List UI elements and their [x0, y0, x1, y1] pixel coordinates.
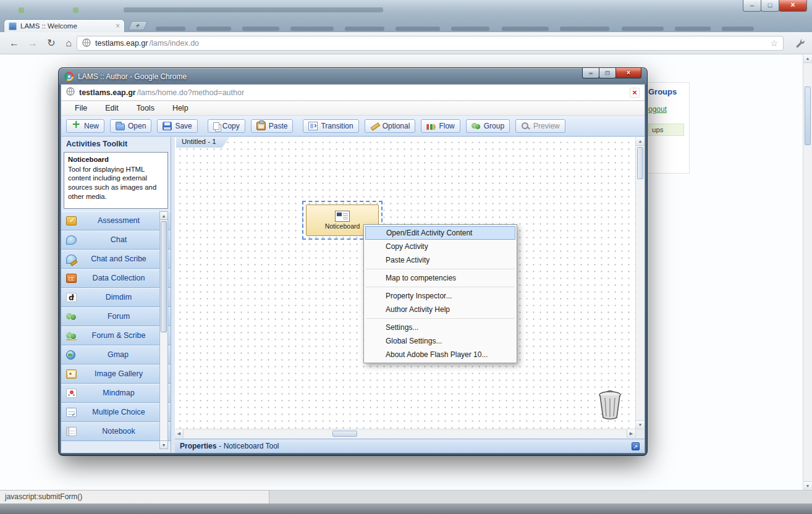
main-window-controls: – □ × — [743, 0, 807, 12]
new-tab-button[interactable]: + — [128, 21, 148, 30]
close-button[interactable]: × — [779, 0, 807, 12]
activity-item-notebook[interactable]: Notebook — [61, 422, 171, 441]
toolbar-paste-button[interactable]: Paste — [251, 119, 294, 133]
toolbar-group-button[interactable]: Group — [466, 119, 510, 133]
activity-label: Chat — [77, 235, 171, 244]
window-bottom-frame — [0, 503, 812, 514]
popup-url-path: /lams/home.do?method=author — [137, 88, 244, 97]
activity-item-assessment[interactable]: Assessment — [61, 211, 171, 230]
blurred-bookmark-placeholder — [622, 27, 664, 31]
activity-item-dimdim[interactable]: Dimdim — [61, 288, 171, 307]
context-menu-item-paste-activity[interactable]: Paste Activity — [365, 253, 515, 267]
groups-panel: Groups ogout ups — [643, 82, 690, 174]
context-menu-item-about-flash[interactable]: About Adobe Flash Player 10... — [365, 348, 515, 361]
blurred-bookmark-placeholder — [395, 27, 440, 31]
toolbar-new-button[interactable]: New — [66, 119, 104, 133]
toolbar-transition-button[interactable]: Transition — [303, 119, 358, 133]
trash-icon[interactable] — [593, 389, 627, 423]
globe-icon — [82, 38, 91, 49]
menu-tools[interactable]: Tools — [137, 104, 154, 112]
restore-panel-icon[interactable]: ↗ — [632, 442, 640, 450]
popup-close-button[interactable]: × — [615, 68, 641, 78]
toolbar-flow-button[interactable]: Flow — [421, 119, 460, 133]
groups-cell[interactable]: ups — [648, 124, 684, 136]
activity-item-mindmap[interactable]: Mindmap — [61, 384, 171, 403]
toolbar-copy-button[interactable]: Copy — [208, 119, 245, 133]
popup-menu-bar: File Edit Tools Help — [61, 101, 645, 116]
canvas-vscroll-thumb[interactable] — [637, 147, 643, 179]
toolkit-scrollbar[interactable]: ▲ ▼ — [159, 211, 168, 449]
minimize-button[interactable]: – — [743, 0, 761, 12]
toolbar-save-button[interactable]: Save — [157, 119, 197, 133]
scroll-down-icon[interactable]: ▼ — [160, 440, 167, 449]
sequence-tab[interactable]: Untitled - 1 — [176, 137, 230, 148]
popup-maximize-button[interactable]: □ — [599, 68, 616, 78]
page-scrollbar-thumb[interactable] — [805, 86, 811, 145]
activities-list: Assessment Chat Chat and Scribe Data Col… — [61, 211, 171, 453]
design-canvas[interactable]: Untitled - 1 Noticeboard Open/Edit Activ… — [175, 137, 635, 429]
main-title-bar[interactable]: – □ × — [0, 0, 812, 19]
canvas-horizontal-scrollbar[interactable]: ◀ ▶ — [175, 429, 635, 438]
context-menu-item-property-inspector[interactable]: Property Inspector... — [365, 289, 515, 303]
context-menu-item-map-competencies[interactable]: Map to competencies — [365, 271, 515, 285]
canvas-vertical-scrollbar[interactable]: ▲ ▼ — [635, 137, 645, 429]
image-gallery-icon — [66, 369, 77, 379]
toolbar-optional-button[interactable]: Optional — [365, 119, 416, 133]
flow-icon — [426, 124, 436, 130]
activity-item-forum[interactable]: Forum — [61, 307, 171, 326]
context-menu-item-settings[interactable]: Settings... — [365, 321, 515, 334]
red-x-icon[interactable]: × — [630, 88, 640, 98]
maximize-button[interactable]: □ — [761, 0, 779, 12]
context-menu-item-copy-activity[interactable]: Copy Activity — [365, 240, 515, 253]
chat-bubble-icon — [66, 235, 77, 245]
blurred-bookmark-placeholder — [345, 27, 384, 31]
wrench-icon[interactable] — [795, 38, 805, 51]
page-scrollbar[interactable]: ▲ ▼ — [803, 54, 812, 490]
scroll-down-icon[interactable]: ▼ — [803, 481, 812, 490]
activity-item-multiple-choice[interactable]: Multiple Choice — [61, 403, 171, 422]
activity-item-forum-scribe[interactable]: Forum & Scribe — [61, 326, 171, 345]
popup-window-title: LAMS :: Author - Google Chrome — [78, 72, 187, 81]
activities-toolkit-panel: Activities Toolkit Noticeboard Tool for … — [61, 137, 171, 453]
properties-bar[interactable]: Properties - Noticeboard Tool ↗ — [175, 439, 645, 453]
address-bar[interactable]: testlams.eap.gr/lams/index.do ☆ — [77, 36, 784, 51]
activity-item-data-collection[interactable]: Data Collection — [61, 269, 171, 288]
back-icon[interactable]: ← — [6, 36, 22, 51]
context-menu-item-open-edit[interactable]: Open/Edit Activity Content — [365, 226, 515, 240]
popup-minimize-button[interactable]: – — [582, 68, 599, 78]
menu-file[interactable]: File — [75, 104, 87, 112]
forward-icon[interactable]: → — [25, 36, 41, 51]
menu-edit[interactable]: Edit — [105, 104, 119, 112]
scroll-down-icon[interactable]: ▼ — [636, 420, 645, 429]
toolbar-open-button[interactable]: Open — [110, 119, 151, 133]
home-icon[interactable]: ⌂ — [61, 36, 77, 51]
activity-item-gmap[interactable]: Gmap — [61, 345, 171, 364]
popup-client-area: testlams.eap.gr/lams/home.do?method=auth… — [61, 85, 645, 453]
blurred-bookmark-placeholder — [675, 27, 711, 31]
popup-address-bar[interactable]: testlams.eap.gr/lams/home.do?method=auth… — [61, 85, 645, 101]
browser-tab[interactable]: LAMS :: Welcome × — [4, 19, 125, 32]
bookmark-star-icon[interactable]: ☆ — [770, 38, 778, 48]
reload-icon[interactable]: ↻ — [43, 36, 59, 51]
activity-item-image-gallery[interactable]: Image Gallery — [61, 364, 171, 384]
logout-link[interactable]: ogout — [648, 105, 667, 114]
desktop: – □ × LAMS :: Welcome × + — [0, 0, 812, 514]
chrome-logo-icon — [64, 72, 74, 81]
canvas-hscroll-thumb[interactable] — [332, 431, 357, 437]
scroll-up-icon[interactable]: ▲ — [160, 212, 167, 220]
menu-help[interactable]: Help — [172, 104, 188, 112]
context-menu-item-global-settings[interactable]: Global Settings... — [365, 334, 515, 348]
blurred-bookmark-placeholder — [451, 27, 489, 31]
scroll-up-icon[interactable]: ▲ — [803, 54, 812, 63]
popup-title-bar[interactable]: LAMS :: Author - Google Chrome – □ × — [59, 68, 647, 85]
scroll-right-icon[interactable]: ▶ — [627, 429, 635, 438]
tab-close-icon[interactable]: × — [116, 22, 120, 30]
activity-item-chat[interactable]: Chat — [61, 230, 171, 250]
scroll-up-icon[interactable]: ▲ — [636, 137, 645, 146]
magnifier-icon — [521, 122, 530, 130]
scroll-left-icon[interactable]: ◀ — [175, 429, 184, 438]
toolkit-scrollbar-thumb[interactable] — [161, 221, 167, 332]
context-menu-item-author-help[interactable]: Author Activity Help — [365, 303, 515, 316]
toolbar-preview-button[interactable]: Preview — [515, 119, 565, 133]
activity-item-chat-and-scribe[interactable]: Chat and Scribe — [61, 250, 171, 269]
